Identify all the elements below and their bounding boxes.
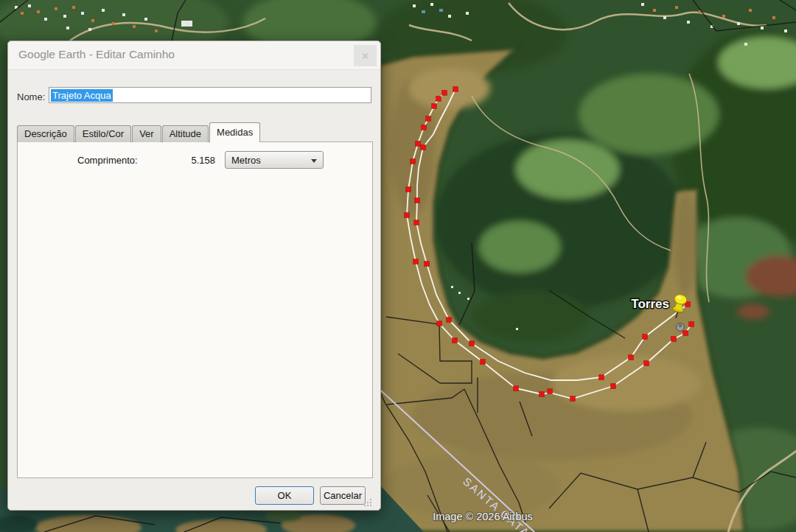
path-vertex-marker[interactable]	[540, 392, 545, 397]
tab-ver[interactable]: Ver	[132, 125, 161, 142]
chevron-down-icon	[311, 159, 317, 163]
path-vertex-marker[interactable]	[447, 318, 452, 323]
photo-dot-icon[interactable]	[677, 323, 685, 332]
tab-altitude[interactable]: Altitude	[162, 125, 209, 142]
place-label-torres: Torres	[631, 297, 669, 311]
dialog-tabs: DescriçãoEstilo/CorVerAltitudeMedidas	[17, 122, 261, 142]
name-label: Nome:	[17, 91, 45, 102]
path-vertex-marker[interactable]	[453, 338, 458, 343]
path-vertex-marker[interactable]	[406, 187, 411, 192]
google-earth-screen: SANTA CATARINA Torres Image © 2026 Airbu…	[0, 0, 796, 532]
path-vertex-marker[interactable]	[413, 259, 419, 265]
path-vertex-marker[interactable]	[689, 322, 694, 327]
ok-button[interactable]: OK	[255, 486, 314, 505]
dialog-title: Google Earth - Editar Caminho	[18, 48, 175, 61]
unit-selected-value: Metros	[231, 155, 261, 166]
cancel-button[interactable]: Cancelar	[320, 486, 366, 505]
resize-grip[interactable]	[363, 498, 372, 507]
length-value: 5.158	[150, 155, 215, 166]
tab-descri--o[interactable]: Descrição	[17, 125, 74, 142]
path-vertex-marker[interactable]	[426, 116, 431, 122]
path-vertex-marker[interactable]	[514, 386, 519, 391]
path-vertex-marker[interactable]	[437, 321, 442, 326]
path-vertex-marker[interactable]	[570, 396, 576, 402]
path-name-input[interactable]: Trajeto Acqua	[49, 87, 371, 103]
dialog-titlebar[interactable]: Google Earth - Editar Caminho ×	[8, 41, 380, 70]
path-vertex-marker[interactable]	[416, 141, 421, 147]
medidas-tab-panel: Comprimento: 5.158 Metros	[17, 141, 373, 478]
path-vertex-marker[interactable]	[422, 125, 427, 130]
path-vertex-marker[interactable]	[432, 104, 437, 109]
path-vertex-marker[interactable]	[442, 91, 447, 96]
path-vertex-marker[interactable]	[415, 198, 420, 203]
path-vertex-marker[interactable]	[469, 341, 475, 346]
imagery-attribution: Image © 2026 Airbus	[433, 511, 533, 522]
name-row: Nome: Trajeto Acqua	[8, 69, 380, 113]
path-vertex-marker[interactable]	[611, 384, 616, 389]
path-vertex-marker[interactable]	[414, 220, 419, 225]
path-vertex-marker[interactable]	[683, 331, 688, 336]
selected-text: Trajeto Acqua	[51, 89, 113, 102]
path-vertex-marker[interactable]	[481, 360, 486, 365]
tab-medidas[interactable]: Medidas	[209, 122, 260, 142]
path-vertex-marker[interactable]	[629, 355, 634, 360]
path-vertex-marker[interactable]	[671, 337, 677, 342]
unit-dropdown[interactable]: Metros	[225, 151, 324, 169]
path-vertex-marker[interactable]	[599, 375, 604, 380]
path-vertex-marker[interactable]	[405, 213, 410, 218]
path-vertex-marker[interactable]	[411, 159, 416, 164]
path-vertex-marker[interactable]	[421, 145, 426, 150]
tab-estilo-cor[interactable]: Estilo/Cor	[75, 125, 131, 142]
path-vertex-marker[interactable]	[548, 389, 553, 394]
path-vertex-marker[interactable]	[453, 87, 458, 92]
path-vertex-marker[interactable]	[643, 335, 648, 340]
edit-path-dialog: Google Earth - Editar Caminho × Nome: Tr…	[7, 41, 381, 511]
path-vertex-marker[interactable]	[425, 262, 430, 267]
path-vertex-marker[interactable]	[436, 97, 441, 102]
length-label: Comprimento:	[77, 155, 138, 166]
close-icon[interactable]: ×	[354, 45, 377, 66]
path-vertex-marker[interactable]	[644, 361, 649, 366]
